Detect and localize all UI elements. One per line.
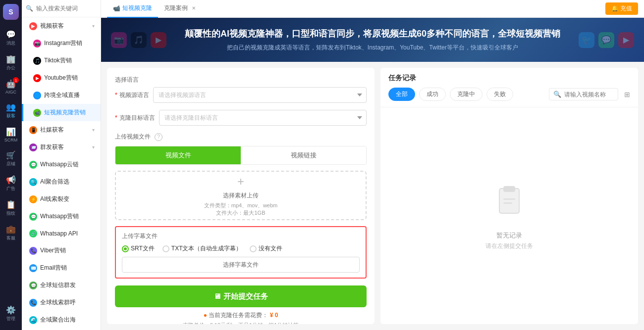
- nav-item-short-clone[interactable]: 📹 短视频克隆营销: [22, 104, 101, 121]
- nav-item-video-acquire[interactable]: ▶ 视频获客 ▾: [22, 17, 101, 35]
- ai-split-icon: ⚡: [29, 195, 37, 203]
- subtitle-label: 上传字幕文件: [122, 232, 360, 240]
- sidebar-item-acquire[interactable]: 👥 获客: [0, 98, 22, 123]
- nav-item-global-sea[interactable]: 🌊 全域聚合出海: [22, 311, 101, 329]
- nav-label-video-acquire: 视频获客: [40, 22, 64, 30]
- nav-item-social-acquire[interactable]: 📱 社媒获客 ▾: [22, 121, 101, 139]
- message-icon: 💬: [6, 30, 16, 39]
- tab-close-icon[interactable]: ✕: [192, 5, 196, 11]
- upload-help-icon[interactable]: ?: [155, 133, 162, 141]
- cost-label: ●: [204, 312, 207, 319]
- sidebar-item-shop[interactable]: 🛒 店铺: [0, 146, 22, 171]
- top-tabs: 📹 短视频克隆 克隆案例 ✕ 🔔 充值: [101, 0, 644, 18]
- nav-item-sms[interactable]: 💬 全球短信群发: [22, 277, 101, 294]
- nav-label-ai-split: AI线索裂变: [40, 195, 69, 203]
- task-search-input[interactable]: [564, 91, 614, 98]
- task-search-icon: 🔍: [553, 91, 561, 98]
- office-icon: 🏢: [6, 54, 16, 64]
- nav-item-ai-filter[interactable]: 🔍 AI聚合筛选: [22, 173, 101, 190]
- nav-item-youtube[interactable]: ▶ Youtube营销: [22, 69, 101, 87]
- short-clone-icon: 📹: [33, 109, 41, 117]
- filter-failed[interactable]: 失败: [486, 88, 513, 101]
- nav-item-viber[interactable]: 📞 Viber营销: [22, 242, 101, 259]
- filter-cloning[interactable]: 克隆中: [450, 88, 483, 101]
- search-input[interactable]: [36, 5, 101, 12]
- group-acquire-icon: 📨: [29, 143, 37, 151]
- cost-label-text: 当前克隆任务需花费：: [209, 312, 268, 319]
- tab-clone-case[interactable]: 克隆案例 ✕: [158, 0, 202, 18]
- sidebar-item-message[interactable]: 💬 消息: [0, 26, 22, 50]
- upload-plus-icon: +: [237, 175, 244, 189]
- nav-item-tiktok[interactable]: 🎵 Tiktok营销: [22, 52, 101, 69]
- grid-view-icon[interactable]: ⊞: [624, 91, 630, 98]
- target-lang-select[interactable]: 请选择克隆目标语言: [159, 110, 367, 126]
- email-icon: ✉️: [29, 264, 37, 272]
- tab-video-link[interactable]: 视频链接: [241, 146, 366, 164]
- nav-item-ai-split[interactable]: ⚡ AI线索裂变: [22, 190, 101, 208]
- nav-label-viber: Viber营销: [40, 246, 66, 255]
- task-search[interactable]: 🔍: [549, 88, 618, 100]
- sidebar-item-guide[interactable]: 📋 指纹: [0, 196, 22, 221]
- radio-srt-dot: [122, 245, 129, 252]
- radio-srt[interactable]: SRT文件: [122, 244, 155, 253]
- video-acquire-icon: ▶: [29, 22, 37, 30]
- nav-label-ai-filter: AI聚合筛选: [40, 178, 69, 186]
- group-acquire-arrow: ▾: [92, 144, 95, 150]
- filter-success[interactable]: 成功: [419, 88, 446, 101]
- source-lang-select[interactable]: 请选择视频源语言: [153, 87, 367, 103]
- radio-none[interactable]: 没有文件: [250, 244, 282, 253]
- nav-item-whatsapp-cloud[interactable]: 💬 Whatsapp云链: [22, 156, 101, 173]
- sidebar-item-service[interactable]: 💼 客服: [0, 221, 22, 245]
- sidebar-item-scrm[interactable]: 📊 SCRM: [0, 123, 22, 146]
- filter-all[interactable]: 全部: [388, 88, 415, 101]
- tiktok-icon: 🎵: [33, 57, 41, 65]
- radio-txt[interactable]: TXT文本（自动生成字幕）: [162, 244, 242, 253]
- source-lang-label: * 视频源语言: [115, 91, 149, 99]
- select-subtitle-button[interactable]: 选择字幕文件: [122, 257, 360, 273]
- tab-short-clone[interactable]: 📹 短视频克隆: [107, 0, 158, 18]
- sidebar-item-manage[interactable]: ⚙️ 管理: [0, 301, 22, 326]
- nav-item-whatsapp-api[interactable]: 🔗 Whatsapp API: [22, 225, 101, 242]
- recharge-button[interactable]: 🔔 充值: [605, 2, 638, 15]
- form-panel: 选择语言 * 视频源语言 请选择视频源语言: [107, 68, 375, 324]
- empty-text: 暂无记录: [496, 231, 522, 240]
- nav-item-call[interactable]: 📞 全球线索群呼: [22, 294, 101, 311]
- svg-rect-1: [503, 186, 515, 192]
- acquire-icon: 👥: [6, 102, 16, 112]
- content-area: 选择语言 * 视频源语言 请选择视频源语言: [101, 62, 644, 330]
- main-content: 📹 短视频克隆 克隆案例 ✕ 🔔 充值 📷 🎵 ▶ 🐦 💬 ▶ 颠覆性的AI视频…: [101, 0, 644, 330]
- guide-icon: 📋: [6, 200, 16, 209]
- hero-title: 颠覆性的AI视频克隆神器，口型和语言同步，将原视频生成60多种不同的语言，全球短…: [111, 28, 634, 40]
- nav-item-email[interactable]: ✉️ Email营销: [22, 259, 101, 277]
- nav-item-cross-live[interactable]: 🌐 跨境全域直播: [22, 87, 101, 104]
- nav-item-whatsapp-mkt[interactable]: 💬 Whatsapp营销: [22, 208, 101, 225]
- source-lang-section-label: 选择语言: [115, 76, 367, 84]
- nav-item-instagram[interactable]: 📷 Instagram营销: [22, 35, 101, 52]
- subtitle-section: 上传字幕文件 SRT文件 TXT文本（自动生成字幕） 没有文件: [115, 226, 367, 279]
- sidebar-item-aigc[interactable]: 1 🤖 AIGC: [0, 75, 22, 98]
- search-bar[interactable]: 🔍: [22, 0, 101, 17]
- tab-video-file[interactable]: 视频文件: [115, 146, 241, 164]
- social-acquire-icon: 📱: [29, 126, 37, 134]
- radio-txt-dot: [162, 245, 169, 252]
- sidebar-item-ad[interactable]: 📢 广告: [0, 171, 22, 196]
- ai-filter-icon: 🔍: [29, 178, 37, 186]
- task-empty-state: 暂无记录 请在左侧提交任务: [380, 107, 638, 324]
- cost-amount: ¥ 0: [270, 312, 278, 319]
- empty-hint: 请在左侧提交任务: [485, 242, 533, 250]
- upload-file-label: 上传视频文件: [115, 133, 151, 141]
- aigc-badge: 1: [13, 77, 19, 83]
- sidebar-item-office[interactable]: 🏢 办公: [0, 50, 22, 75]
- task-header: 任务记录 全部 成功 克隆中 失败 🔍 ⊞: [380, 68, 638, 107]
- radio-none-dot: [250, 245, 257, 252]
- video-upload-tabs: 视频文件 视频链接: [115, 146, 367, 165]
- svg-rect-2: [503, 198, 515, 200]
- subtitle-radio-group: SRT文件 TXT文本（自动生成字幕） 没有文件: [122, 244, 360, 253]
- nav-item-group-acquire[interactable]: 📨 群发获客 ▾: [22, 139, 101, 156]
- shop-icon: 🛒: [6, 150, 16, 160]
- nav-label-email: Email营销: [40, 264, 67, 272]
- upload-area[interactable]: + 选择素材上传 文件类型：mp4、mov、webm 文件大小：最大1GB: [115, 171, 367, 220]
- manage-icon: ⚙️: [6, 305, 16, 315]
- submit-button[interactable]: 🖥 开始提交任务: [115, 285, 367, 307]
- nav-label-short-clone: 短视频克隆营销: [44, 108, 86, 117]
